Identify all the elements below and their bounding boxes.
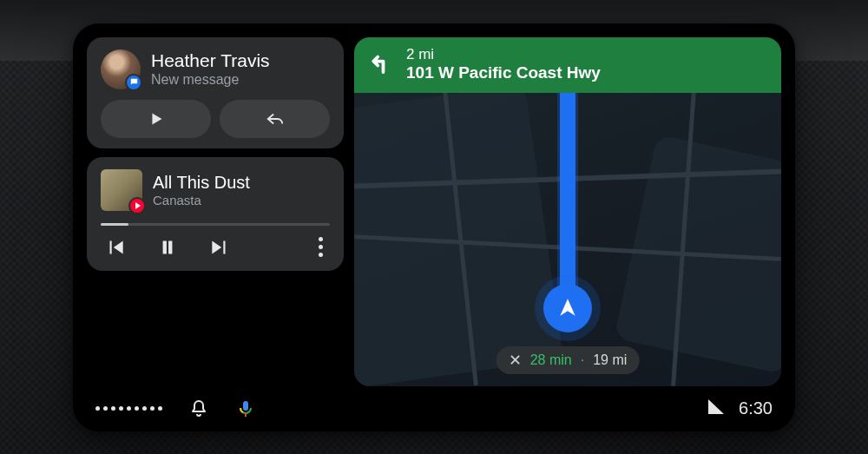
messages-app-icon	[125, 74, 142, 91]
eta-chip[interactable]: ✕ 28 min · 19 mi	[496, 346, 640, 374]
playback-progress[interactable]	[101, 223, 330, 226]
notification-subtitle: New message	[151, 72, 270, 88]
notification-card[interactable]: Heather Travis New message	[87, 37, 344, 148]
cell-signal-icon	[706, 397, 727, 421]
navigation-arrow-icon	[556, 297, 579, 319]
album-art	[101, 169, 142, 211]
notification-sender: Heather Travis	[151, 50, 270, 71]
pause-button[interactable]	[156, 236, 179, 259]
previous-track-button[interactable]	[104, 236, 127, 259]
track-artist: Canasta	[153, 193, 250, 207]
nav-road: 101 W Pacific Coast Hwy	[406, 63, 601, 82]
vehicle-marker	[543, 284, 592, 332]
system-bar: 6:30	[87, 386, 781, 431]
pause-icon	[156, 236, 179, 259]
close-icon[interactable]: ✕	[509, 352, 522, 368]
car-display: Heather Travis New message	[73, 23, 795, 431]
notifications-button[interactable]	[188, 398, 209, 419]
reply-icon	[266, 109, 285, 128]
reply-button[interactable]	[220, 100, 330, 138]
track-title: All This Dust	[153, 173, 250, 193]
svg-rect-0	[243, 401, 248, 411]
skip-previous-icon	[104, 236, 127, 259]
eta-distance: 19 mi	[593, 352, 627, 368]
media-card[interactable]: All This Dust Canasta	[87, 157, 344, 271]
media-overflow-button[interactable]	[319, 237, 328, 257]
eta-time: 28 min	[530, 352, 572, 368]
app-launcher-button[interactable]	[95, 406, 162, 411]
mic-icon	[235, 398, 256, 419]
progress-fill	[101, 223, 128, 226]
content-area: Heather Travis New message	[87, 37, 781, 386]
clock: 6:30	[739, 398, 773, 418]
turn-left-icon	[368, 50, 394, 80]
nav-distance: 2 mi	[406, 47, 601, 63]
skip-next-icon	[208, 236, 231, 259]
assistant-mic-button[interactable]	[235, 398, 256, 419]
play-message-button[interactable]	[101, 100, 211, 138]
left-column: Heather Travis New message	[87, 37, 344, 386]
youtube-music-icon	[128, 197, 146, 214]
play-icon	[147, 109, 166, 128]
avatar	[101, 49, 141, 89]
map-panel[interactable]: 2 mi 101 W Pacific Coast Hwy ✕ 28 min · …	[354, 37, 781, 386]
bell-icon	[188, 398, 209, 419]
next-track-button[interactable]	[208, 236, 231, 259]
navigation-banner[interactable]: 2 mi 101 W Pacific Coast Hwy	[354, 37, 781, 93]
